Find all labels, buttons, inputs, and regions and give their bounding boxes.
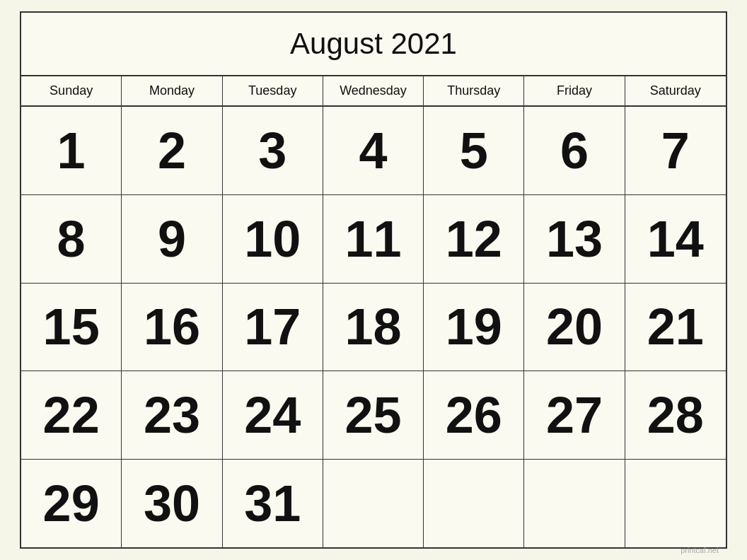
week-row-1: 1234567 <box>21 107 726 195</box>
day-cell-6: 6 <box>524 107 625 194</box>
day-header-saturday: Saturday <box>625 76 726 105</box>
day-number-1: 1 <box>57 122 86 180</box>
day-number-11: 11 <box>344 210 401 268</box>
day-cell-7: 7 <box>625 107 726 194</box>
day-cell-18: 18 <box>323 284 424 371</box>
day-header-sunday: Sunday <box>21 76 122 105</box>
day-number-25: 25 <box>344 386 401 444</box>
day-header-monday: Monday <box>122 76 222 105</box>
day-cell-4: 4 <box>323 107 424 194</box>
day-number-14: 14 <box>647 210 704 268</box>
day-header-friday: Friday <box>524 76 625 105</box>
day-cell-13: 13 <box>524 195 625 283</box>
day-number-12: 12 <box>446 210 502 268</box>
day-cell-2: 2 <box>122 107 222 194</box>
day-number-15: 15 <box>43 298 100 356</box>
day-number-5: 5 <box>460 122 488 180</box>
day-cell-30: 30 <box>122 460 222 547</box>
day-cell-16: 16 <box>122 284 222 371</box>
day-number-20: 20 <box>546 298 603 356</box>
day-number-21: 21 <box>647 298 704 356</box>
day-number-8: 8 <box>57 210 86 268</box>
day-number-3: 3 <box>258 122 286 180</box>
day-cell-26: 26 <box>424 371 524 459</box>
week-row-2: 891011121314 <box>21 195 726 284</box>
day-number-27: 27 <box>546 386 603 444</box>
day-cell-14: 14 <box>625 195 726 283</box>
day-number-24: 24 <box>244 386 301 444</box>
week-row-3: 15161718192021 <box>21 284 726 372</box>
day-cell-17: 17 <box>223 284 323 371</box>
day-cell-19: 19 <box>424 284 524 371</box>
week-row-4: 22232425262728 <box>21 371 726 460</box>
day-number-2: 2 <box>158 122 186 180</box>
day-header-thursday: Thursday <box>424 76 524 105</box>
day-cell-9: 9 <box>122 195 222 283</box>
day-cell-8: 8 <box>21 195 122 283</box>
day-number-22: 22 <box>43 386 100 444</box>
day-number-4: 4 <box>359 122 387 180</box>
day-cell-10: 10 <box>223 195 323 283</box>
day-cell-31: 31 <box>223 460 323 547</box>
day-cell-21: 21 <box>625 284 726 371</box>
day-header-wednesday: Wednesday <box>323 76 424 105</box>
day-cell-29: 29 <box>21 460 122 547</box>
empty-cell <box>625 460 726 547</box>
day-cell-12: 12 <box>424 195 524 283</box>
empty-cell <box>524 460 625 547</box>
day-number-7: 7 <box>661 122 690 180</box>
day-number-6: 6 <box>560 122 589 180</box>
calendar: August 2021 SundayMondayTuesdayWednesday… <box>20 11 727 549</box>
day-number-16: 16 <box>144 298 200 356</box>
day-cell-20: 20 <box>524 284 625 371</box>
day-cell-25: 25 <box>323 371 424 459</box>
day-number-31: 31 <box>244 474 301 532</box>
day-cell-5: 5 <box>424 107 524 194</box>
day-number-30: 30 <box>144 474 200 532</box>
day-number-28: 28 <box>647 386 704 444</box>
day-number-26: 26 <box>446 386 502 444</box>
day-cell-1: 1 <box>21 107 122 194</box>
day-number-9: 9 <box>158 210 186 268</box>
day-header-tuesday: Tuesday <box>223 76 323 105</box>
day-cell-22: 22 <box>21 371 122 459</box>
day-number-13: 13 <box>546 210 603 268</box>
day-number-17: 17 <box>244 298 301 356</box>
watermark: printcal.net <box>681 546 719 554</box>
day-cell-27: 27 <box>524 371 625 459</box>
day-cell-23: 23 <box>122 371 222 459</box>
empty-cell <box>323 460 424 547</box>
calendar-grid: SundayMondayTuesdayWednesdayThursdayFrid… <box>21 76 726 547</box>
empty-cell <box>424 460 524 547</box>
calendar-title: August 2021 <box>21 13 726 76</box>
day-number-18: 18 <box>344 298 401 356</box>
weeks-container: 1234567891011121314151617181920212223242… <box>21 107 726 547</box>
week-row-5: 293031 <box>21 460 726 547</box>
day-number-19: 19 <box>446 298 502 356</box>
day-cell-11: 11 <box>323 195 424 283</box>
day-cell-15: 15 <box>21 284 122 371</box>
day-number-29: 29 <box>43 474 100 532</box>
day-headers: SundayMondayTuesdayWednesdayThursdayFrid… <box>21 76 726 107</box>
day-cell-28: 28 <box>625 371 726 459</box>
day-number-23: 23 <box>144 386 200 444</box>
day-cell-24: 24 <box>223 371 323 459</box>
day-number-10: 10 <box>244 210 301 268</box>
day-cell-3: 3 <box>223 107 323 194</box>
